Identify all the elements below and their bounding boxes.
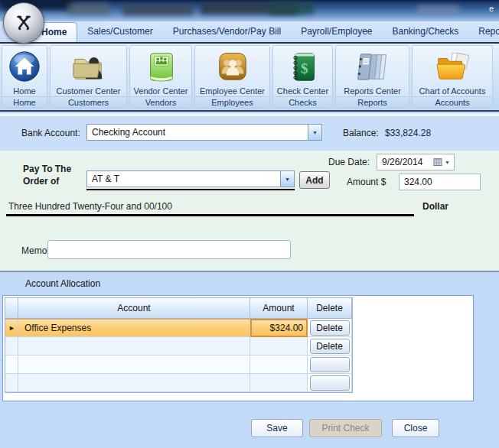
delete-row-button[interactable]: Delete (310, 339, 350, 354)
ribbon-button-label: Chart of Accounts (419, 86, 486, 96)
current-row-marker-icon: ► (8, 324, 15, 332)
header-account[interactable]: Account (18, 298, 250, 319)
chevron-down-icon[interactable]: ▼ (280, 171, 294, 187)
delete-cell: Delete (308, 319, 352, 337)
employee-center-icon (216, 50, 250, 83)
header-delete[interactable]: Delete (308, 298, 352, 319)
bank-account-label: Bank Account: (21, 128, 80, 138)
amount-cell[interactable] (250, 374, 308, 392)
close-button[interactable]: Close (392, 419, 439, 437)
table-row[interactable]: ► Office Expenses $324.00 Delete (5, 319, 352, 337)
tab-purchases-vendor-pay-bill[interactable]: Purchases/Vendor/Pay Bill (163, 22, 291, 42)
tab-sales-customer[interactable]: Sales/Customer (77, 22, 162, 42)
written-amount-text: Three Hundred Twenty-Four and 00/100 (8, 201, 172, 212)
row-selector-cell (5, 355, 18, 374)
ribbon-group-label: Reports (336, 96, 409, 108)
grid-header-row: Account Amount Delete (5, 298, 352, 319)
delete-cell (308, 374, 352, 392)
account-cell[interactable]: Office Expenses (18, 319, 250, 337)
ribbon-button-reports-center[interactable]: Reports Center Reports (335, 45, 409, 109)
app-window: e Home Sales/Customer Purchases/Vendor/P… (0, 0, 499, 448)
redacted-title-text (122, 5, 193, 15)
tab-report[interactable]: Report (468, 22, 499, 42)
row-selector-cell (5, 374, 18, 392)
table-row[interactable]: Delete (5, 337, 352, 355)
check-section: Pay To The Order of AT & T ▼ Add Due Dat… (0, 151, 499, 271)
account-cell[interactable] (18, 337, 250, 355)
svg-text:$: $ (301, 60, 308, 76)
bank-account-select[interactable]: Checking Account ▼ (86, 124, 322, 141)
delete-cell (308, 355, 352, 374)
ribbon-toolbar: Home Home Customer Center Customers (0, 44, 499, 112)
titlebar-overflow-text: e (489, 4, 494, 13)
ribbon-group-label: Accounts (413, 96, 492, 108)
add-payee-button[interactable]: Add (299, 171, 330, 189)
delete-row-button[interactable] (310, 357, 350, 372)
allocation-grid: Account Amount Delete ► Office Expenses … (5, 297, 353, 393)
app-menu-orb[interactable] (3, 2, 44, 44)
ribbon-button-label: Home (13, 86, 35, 96)
ribbon-button-label: Reports Center (344, 86, 401, 96)
dollar-label: Dollar (422, 201, 448, 212)
app-logo-icon (11, 11, 36, 35)
ribbon-button-label: Customer Center (57, 86, 121, 96)
balance-value: $33,824.28 (385, 128, 431, 138)
header-amount[interactable]: Amount (250, 298, 308, 319)
memo-label: Memo (21, 245, 47, 256)
tab-banking-checks[interactable]: Banking/Checks (383, 22, 469, 42)
chart-of-accounts-icon (433, 50, 471, 83)
account-cell[interactable] (18, 374, 250, 392)
ribbon-button-check-center[interactable]: $ Check Center Checks (272, 45, 333, 109)
customer-center-icon (70, 50, 107, 83)
delete-cell: Delete (308, 337, 352, 355)
save-button[interactable]: Save (251, 419, 303, 437)
tab-payroll-employee[interactable]: Payroll/Employee (291, 22, 382, 42)
table-row[interactable] (5, 374, 352, 392)
chevron-down-icon[interactable]: ▼ (308, 125, 321, 140)
vendor-center-icon (144, 50, 178, 83)
amount-label: Amount $ (347, 177, 386, 187)
row-selector-cell (5, 337, 18, 355)
due-date-picker[interactable]: 9/26/2014 ▼ (377, 154, 455, 170)
payee-underline (86, 189, 295, 190)
amount-cell[interactable]: $324.00 (250, 319, 308, 337)
table-row[interactable] (5, 355, 352, 374)
chevron-down-icon[interactable]: ▼ (445, 160, 450, 165)
memo-input[interactable] (47, 240, 291, 259)
ribbon-button-label: Check Center (277, 86, 328, 96)
ribbon-button-vendor-center[interactable]: Vendor Center Vendors (129, 45, 192, 109)
delete-row-button[interactable]: Delete (310, 320, 350, 336)
row-selector-cell: ► (5, 319, 18, 337)
redacted-title-text (67, 3, 109, 15)
ribbon-button-home[interactable]: Home Home (2, 45, 47, 109)
ribbon-button-chart-of-accounts[interactable]: Chart of Accounts Accounts (412, 45, 493, 109)
check-center-icon: $ (288, 50, 318, 83)
home-icon (8, 50, 41, 83)
bank-account-value: Checking Account (87, 125, 308, 140)
written-amount-underline (6, 214, 414, 216)
ribbon-group-label: Vendors (130, 96, 191, 108)
ribbon-group-label: Customers (51, 96, 126, 108)
redacted-title-text (417, 5, 459, 14)
payee-select[interactable]: AT & T ▼ (86, 170, 295, 187)
ribbon-button-label: Employee Center (200, 86, 265, 96)
account-cell[interactable] (18, 355, 250, 374)
delete-row-button[interactable] (310, 375, 350, 391)
balance-label: Balance: (343, 128, 379, 138)
amount-input[interactable]: 324.00 (399, 174, 481, 190)
allocation-panel: Account Amount Delete ► Office Expenses … (2, 295, 474, 401)
calendar-icon (433, 157, 442, 167)
account-allocation-section: Account Allocation Account Amount Delete… (0, 271, 499, 448)
ribbon-button-employee-center[interactable]: Employee Center Employees (194, 45, 270, 109)
ribbon-group-label: Checks (273, 96, 332, 108)
amount-cell[interactable] (250, 355, 308, 374)
print-check-button[interactable]: Print Check (309, 419, 382, 437)
order-of-label: Order of (23, 176, 59, 187)
bank-account-row: Bank Account: Checking Account ▼ Balance… (0, 116, 499, 151)
ribbon-group-label: Home (2, 96, 47, 108)
title-bar[interactable]: e (0, 0, 499, 21)
ribbon-button-customer-center[interactable]: Customer Center Customers (50, 45, 127, 109)
due-date-label: Due Date: (325, 157, 370, 167)
amount-cell[interactable] (250, 337, 308, 355)
account-allocation-title: Account Allocation (25, 278, 100, 289)
